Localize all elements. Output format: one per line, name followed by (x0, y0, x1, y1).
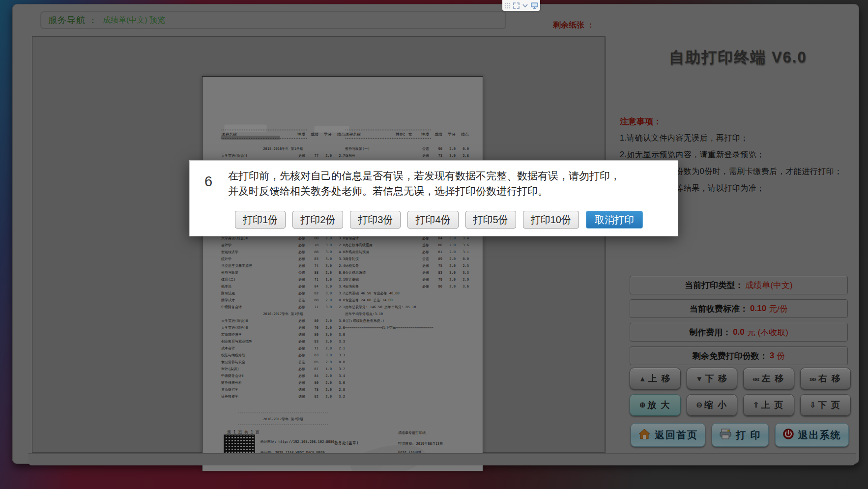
print-copies-button[interactable]: 打印10份 (523, 211, 579, 229)
monitor-icon[interactable] (531, 2, 538, 9)
dialog-step-number: 6 (204, 173, 212, 190)
dialog-message-line1: 在打印前，先核对自己的信息是否有误，若发现有数据不完整、数据有误，请勿打印， (228, 170, 620, 181)
dialog-message: 在打印前，先核对自己的信息是否有误，若发现有数据不完整、数据有误，请勿打印， 并… (228, 168, 665, 199)
print-copies-button[interactable]: 打印5份 (465, 211, 516, 229)
print-copies-button[interactable]: 打印3份 (350, 211, 401, 229)
modal-dim-overlay (0, 0, 868, 489)
print-copies-button[interactable]: 打印2份 (292, 211, 343, 229)
print-copies-button[interactable]: 打印4份 (407, 211, 458, 229)
fullscreen-icon[interactable] (513, 2, 520, 9)
cancel-print-button[interactable]: 取消打印 (586, 211, 643, 229)
dialog-button-row: 打印1份打印2份打印3份打印4份打印5份打印10份取消打印 (235, 211, 643, 229)
chevron-down-icon[interactable] (522, 2, 528, 9)
grid-handle-icon[interactable] (504, 2, 511, 9)
dialog-message-line2: 并及时反馈给相关教务处老师。若信息无误，选择打印份数进行打印。 (228, 185, 548, 197)
system-mini-toolbar (502, 0, 540, 11)
print-copies-button[interactable]: 打印1份 (235, 211, 286, 229)
print-confirm-dialog: 6 在打印前，先核对自己的信息是否有误，若发现有数据不完整、数据有误，请勿打印，… (189, 160, 678, 236)
